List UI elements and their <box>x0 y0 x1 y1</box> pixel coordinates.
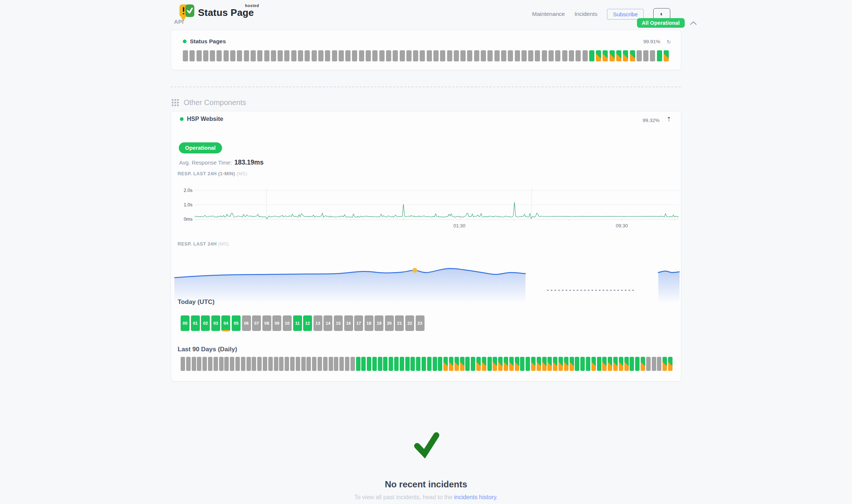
day-bar[interactable] <box>274 357 278 371</box>
uptime-bar[interactable] <box>278 50 283 61</box>
day-bar[interactable] <box>509 357 514 371</box>
day-bar[interactable] <box>241 357 245 371</box>
day-bar[interactable] <box>520 357 524 371</box>
hour-box-07[interactable]: 07 <box>252 315 261 331</box>
uptime-bar[interactable] <box>237 50 242 61</box>
uptime-bar[interactable] <box>657 50 662 61</box>
day-bar[interactable] <box>202 357 207 371</box>
uptime-bar[interactable] <box>224 50 229 61</box>
uptime-bar[interactable] <box>352 50 357 61</box>
day-bar[interactable] <box>285 357 289 371</box>
uptime-bar[interactable] <box>542 50 547 61</box>
uptime-bar[interactable] <box>467 50 472 61</box>
day-bar[interactable] <box>263 357 267 371</box>
uptime-bar[interactable] <box>386 50 391 61</box>
day-bar[interactable] <box>400 357 404 371</box>
uptime-bar[interactable] <box>643 50 648 61</box>
day-bar[interactable] <box>641 357 645 371</box>
day-bar[interactable] <box>197 357 201 371</box>
uptime-bar[interactable] <box>576 50 581 61</box>
uptime-bar[interactable] <box>183 50 188 61</box>
day-bar[interactable] <box>356 357 360 371</box>
day-bar[interactable] <box>257 357 262 371</box>
day-bar[interactable] <box>454 357 459 371</box>
hour-box-19[interactable]: 19 <box>375 315 383 331</box>
uptime-bar[interactable] <box>535 50 540 61</box>
uptime-bar[interactable] <box>400 50 405 61</box>
day-bar[interactable] <box>646 357 651 371</box>
uptime-bar[interactable] <box>440 50 445 61</box>
day-bar[interactable] <box>367 357 371 371</box>
day-bar[interactable] <box>624 357 629 371</box>
day-bar[interactable] <box>405 357 410 371</box>
day-bar[interactable] <box>487 357 492 371</box>
uptime-bar[interactable] <box>339 50 344 61</box>
hour-box-01[interactable]: 01 <box>191 315 200 331</box>
uptime-bar[interactable] <box>508 50 513 61</box>
hour-box-09[interactable]: 09 <box>272 315 281 331</box>
brand-logo[interactable]: Status Page hosted <box>179 4 254 21</box>
uptime-bar[interactable] <box>630 50 635 61</box>
day-bar[interactable] <box>591 357 596 371</box>
uptime-bar[interactable] <box>189 50 195 61</box>
uptime-bar[interactable] <box>650 50 655 61</box>
uptime-bar[interactable] <box>251 50 256 61</box>
response-line-chart[interactable]: 2.0s1.0s0ms01:3009:30 <box>180 185 680 230</box>
chevron-up-icon[interactable] <box>690 21 697 25</box>
day-bar[interactable] <box>619 357 623 371</box>
uptime-bar[interactable] <box>291 50 296 61</box>
uptime-bar[interactable] <box>664 50 669 61</box>
day-bar[interactable] <box>246 357 251 371</box>
hour-box-02[interactable]: 02 <box>201 315 210 331</box>
day-bar[interactable] <box>372 357 377 371</box>
uptime-bar[interactable] <box>487 50 493 61</box>
day-bar[interactable] <box>192 357 196 371</box>
day-bar[interactable] <box>663 357 667 371</box>
hour-box-18[interactable]: 18 <box>365 315 373 331</box>
day-bar[interactable] <box>433 357 437 371</box>
hour-box-06[interactable]: 06 <box>242 315 251 331</box>
uptime-bar[interactable] <box>203 50 208 61</box>
hour-box-22[interactable]: 22 <box>405 315 414 331</box>
day-bar[interactable] <box>301 357 306 371</box>
scroll-top-arrow-icon[interactable]: ⇡ <box>667 116 671 123</box>
uptime-bar[interactable] <box>623 50 628 61</box>
day-bar[interactable] <box>652 357 656 371</box>
uptime-bar[interactable] <box>454 50 459 61</box>
day-bar[interactable] <box>318 357 322 371</box>
day-bar[interactable] <box>498 357 503 371</box>
component-row-status-pages[interactable]: Status Pages <box>183 38 226 45</box>
day-bar[interactable] <box>181 357 185 371</box>
uptime-bar[interactable] <box>528 50 533 61</box>
uptime-bar[interactable] <box>610 50 615 61</box>
day-bar[interactable] <box>438 357 442 371</box>
day-bar[interactable] <box>559 357 563 371</box>
uptime-bar[interactable] <box>413 50 418 61</box>
day-bar[interactable] <box>504 357 508 371</box>
uptime-bar[interactable] <box>433 50 439 61</box>
uptime-bar[interactable] <box>197 50 202 61</box>
day-bar[interactable] <box>668 357 672 371</box>
day-bar[interactable] <box>613 357 618 371</box>
uptime-bar[interactable] <box>406 50 412 61</box>
day-bar[interactable] <box>279 357 284 371</box>
hour-box-17[interactable]: 17 <box>354 315 363 331</box>
day-bar[interactable] <box>657 357 661 371</box>
day-bar[interactable] <box>219 357 224 371</box>
day-bar[interactable] <box>449 357 453 371</box>
nav-incidents[interactable]: Incidents <box>574 11 597 17</box>
hour-box-00[interactable]: 00 <box>181 315 189 331</box>
day-bar[interactable] <box>416 357 420 371</box>
day-bar[interactable] <box>547 357 552 371</box>
uptime-bar[interactable] <box>589 50 594 61</box>
day-bar[interactable] <box>186 357 191 371</box>
hour-box-10[interactable]: 10 <box>283 315 292 331</box>
uptime-bar[interactable] <box>379 50 385 61</box>
hour-box-15[interactable]: 15 <box>334 315 343 331</box>
day-bar[interactable] <box>334 357 338 371</box>
day-bar[interactable] <box>630 357 634 371</box>
day-bar[interactable] <box>635 357 640 371</box>
uptime-bar[interactable] <box>549 50 554 61</box>
uptime-bar[interactable] <box>372 50 378 61</box>
nav-maintenance[interactable]: Maintenance <box>532 11 565 17</box>
